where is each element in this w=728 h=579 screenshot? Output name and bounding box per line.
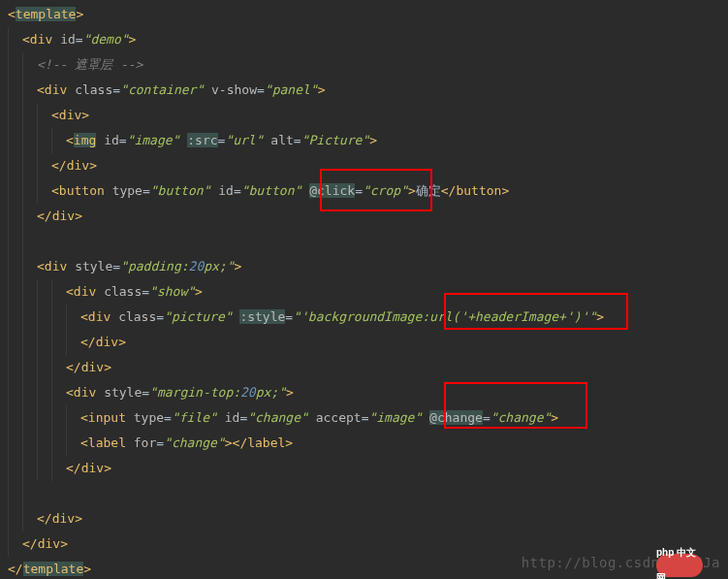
code-line: <label for="change"></label> [8,431,728,456]
code-line: <div> [8,103,728,128]
code-line: </div> [8,204,728,229]
blank-line [8,229,728,254]
code-line: </div> [8,456,728,481]
blank-line [8,481,728,506]
comment: <!-- 遮罩层 --> [37,57,142,72]
code-line: <div style="padding:20px;"> [8,254,728,279]
code-line: <img id="image" :src="url" alt="Picture"… [8,128,728,153]
code-line: </div> [8,330,728,355]
code-line: <input type="file" id="change" accept="i… [8,405,728,431]
code-line: </div> [8,506,728,531]
tag-template-close: template [23,562,84,576]
code-line: <button type="button" id="button" @click… [8,178,728,204]
code-line: <div class="container" v-show="panel"> [8,78,728,103]
code-line: <!-- 遮罩层 --> [8,52,728,78]
php-logo: php 中文网 [656,554,703,577]
code-editor[interactable]: <template> <div id="demo"> <!-- 遮罩层 --> … [0,0,728,579]
tag-template: template [16,7,77,21]
code-line: <div id="demo"> [8,27,728,52]
code-line: <div class="picture" :style="'background… [8,305,728,330]
code-line: <template> [8,2,728,27]
code-line: </div> [8,153,728,178]
button-text: 确定 [416,183,441,198]
code-line: <div class="show"> [8,279,728,305]
code-line: <div style="margin-top:20px;"> [8,380,728,405]
code-line: </div> [8,355,728,380]
